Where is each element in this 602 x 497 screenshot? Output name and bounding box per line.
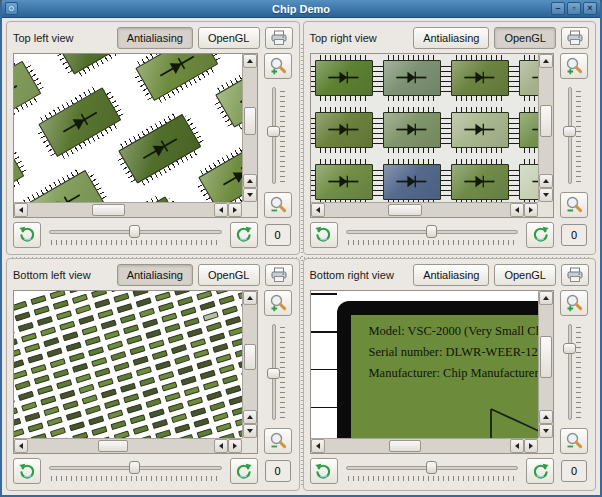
rotate-right-button[interactable] [526,458,554,484]
zoom-slider-handle[interactable] [267,368,280,379]
horizontal-scroll-track[interactable] [28,439,214,453]
titlebar[interactable]: Chip Demo – ▫ × [2,0,600,18]
rotate-slider[interactable] [46,458,225,484]
scroll-right-button[interactable] [228,439,242,453]
scroll-down-button[interactable] [243,188,257,202]
print-button[interactable] [561,27,589,49]
vertical-scrollbar[interactable] [242,54,257,202]
scroll-up-button-2[interactable] [539,174,553,188]
antialiasing-button[interactable]: Antialiasing [413,27,489,49]
scroll-up-button[interactable] [243,291,257,305]
horizontal-scroll-thumb[interactable] [388,204,421,216]
zoom-slider-handle[interactable] [267,126,280,137]
opengl-button[interactable]: OpenGL [198,27,260,49]
maximize-button[interactable]: ▫ [567,2,581,15]
horizontal-scroll-thumb[interactable] [389,440,421,452]
horizontal-scroll-track[interactable] [28,203,214,217]
rotate-slider[interactable] [46,222,225,248]
rotate-slider-handle[interactable] [129,225,140,238]
vertical-scroll-thumb[interactable] [540,105,552,137]
close-button[interactable]: × [583,2,597,15]
print-button[interactable] [265,264,293,286]
zoom-slider-handle[interactable] [563,126,576,137]
rotate-slider-handle[interactable] [129,461,140,474]
vertical-scroll-thumb[interactable] [244,107,256,135]
scroll-right-button[interactable] [524,203,538,217]
zoom-slider[interactable] [560,83,588,188]
rotate-slider-handle[interactable] [426,225,437,238]
scroll-left-button[interactable] [311,203,325,217]
horizontal-scrollbar[interactable] [311,438,539,453]
opengl-button[interactable]: OpenGL [494,264,556,286]
rotate-right-button[interactable] [230,458,258,484]
zoom-in-button[interactable] [560,290,588,316]
scroll-right-button[interactable] [524,439,538,453]
scroll-left-button[interactable] [14,439,28,453]
vertical-scroll-track[interactable] [539,68,553,174]
vertical-scroll-track[interactable] [243,305,257,411]
vertical-scrollbar[interactable] [538,54,553,202]
rotate-right-button[interactable] [230,222,258,248]
graphics-view[interactable] [13,290,258,455]
scroll-up-button-2[interactable] [539,410,553,424]
scroll-left-button[interactable] [14,203,28,217]
vertical-scroll-thumb[interactable] [540,336,552,378]
rotate-left-button[interactable] [13,458,41,484]
window-menu-icon[interactable] [5,2,18,15]
rotate-left-button[interactable] [13,222,41,248]
zoom-slider[interactable] [560,320,588,425]
antialiasing-button[interactable]: Antialiasing [117,264,193,286]
rotate-slider[interactable] [343,222,522,248]
zoom-in-button[interactable] [264,53,292,79]
scroll-down-button[interactable] [243,424,257,438]
scroll-left-button-2[interactable] [214,439,228,453]
vertical-scroll-track[interactable] [539,305,553,411]
scroll-left-button-2[interactable] [510,203,524,217]
rotate-left-button[interactable] [310,222,338,248]
scroll-right-button[interactable] [228,203,242,217]
horizontal-scroll-thumb[interactable] [98,440,128,452]
horizontal-scrollbar[interactable] [14,202,242,217]
scroll-up-button-2[interactable] [243,410,257,424]
opengl-button[interactable]: OpenGL [494,27,556,49]
antialiasing-button[interactable]: Antialiasing [117,27,193,49]
zoom-slider[interactable] [264,320,292,425]
horizontal-scroll-track[interactable] [325,439,511,453]
rotate-left-button[interactable] [310,458,338,484]
graphics-view[interactable] [310,53,555,218]
vertical-scrollbar[interactable] [538,291,553,439]
rotate-slider-handle[interactable] [426,461,437,474]
zoom-in-button[interactable] [560,53,588,79]
rotate-right-button[interactable] [526,222,554,248]
scroll-left-button[interactable] [311,439,325,453]
scroll-up-button[interactable] [243,54,257,68]
zoom-out-button[interactable] [264,192,292,218]
minimize-button[interactable]: – [551,2,565,15]
print-button[interactable] [561,264,589,286]
vertical-scroll-track[interactable] [243,68,257,174]
opengl-button[interactable]: OpenGL [198,264,260,286]
scroll-left-button-2[interactable] [510,439,524,453]
horizontal-scroll-thumb[interactable] [92,204,125,216]
scroll-down-button[interactable] [539,188,553,202]
horizontal-scrollbar[interactable] [14,438,242,453]
horizontal-scroll-track[interactable] [325,203,511,217]
antialiasing-button[interactable]: Antialiasing [413,264,489,286]
vertical-scrollbar[interactable] [242,291,257,439]
zoom-out-button[interactable] [560,428,588,454]
zoom-out-button[interactable] [560,192,588,218]
scroll-up-button[interactable] [539,291,553,305]
print-button[interactable] [265,27,293,49]
vertical-scroll-thumb[interactable] [244,344,256,370]
scroll-up-button-2[interactable] [243,174,257,188]
scroll-left-button-2[interactable] [214,203,228,217]
zoom-slider-handle[interactable] [563,343,576,354]
zoom-out-button[interactable] [264,428,292,454]
scroll-down-button[interactable] [539,424,553,438]
scroll-up-button[interactable] [539,54,553,68]
horizontal-scrollbar[interactable] [311,202,539,217]
zoom-in-button[interactable] [264,290,292,316]
graphics-view[interactable] [13,53,258,218]
zoom-slider[interactable] [264,83,292,188]
rotate-slider[interactable] [343,458,522,484]
